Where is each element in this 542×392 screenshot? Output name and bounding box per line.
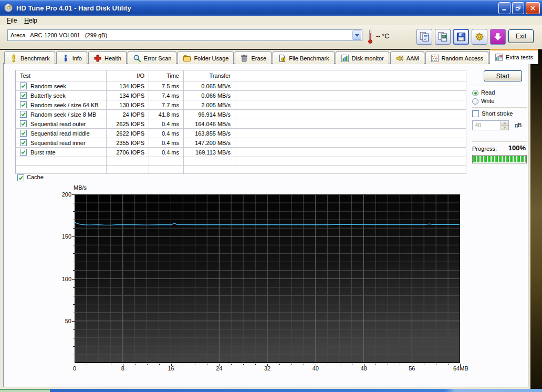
blank-cell <box>235 148 466 157</box>
app-icon <box>4 3 13 13</box>
save-icon <box>456 32 466 42</box>
minimize-button[interactable] <box>498 2 510 14</box>
test-enabled-checkbox[interactable] <box>20 111 27 118</box>
tab-erase[interactable]: Erase <box>235 51 272 64</box>
test-results-table: Test I/O Time Transfer Random seek134 IO… <box>15 70 466 174</box>
tab-random-access[interactable]: Random Access <box>425 51 488 64</box>
drive-selector-value: Areca ARC-1200-VOL001 (299 gB) <box>8 32 107 38</box>
options-button[interactable] <box>472 29 487 45</box>
taskbar-button[interactable] <box>0 389 50 392</box>
y-axis-tick <box>73 211 75 212</box>
x-axis-tick <box>436 364 436 365</box>
x-axis-tick <box>328 364 328 365</box>
taskbar[interactable] <box>0 389 542 392</box>
test-enabled-checkbox[interactable] <box>20 101 27 108</box>
column-header-transfer[interactable]: Transfer <box>184 70 235 81</box>
short-stroke-capacity-input[interactable]: 40 <box>472 120 509 130</box>
test-enabled-checkbox[interactable] <box>20 92 27 99</box>
column-header-time[interactable]: Time <box>149 70 184 81</box>
copy-image-button[interactable] <box>435 29 451 45</box>
y-axis-tick <box>73 304 75 305</box>
health-icon <box>93 54 102 63</box>
download-button[interactable] <box>490 29 506 45</box>
tab-error-scan[interactable]: Error Scan <box>128 51 177 64</box>
cache-checkbox[interactable] <box>17 174 24 181</box>
table-row: Sequential read middle2622 IOPS0.4 ms163… <box>16 129 466 138</box>
table-row: Butterfly seek134 IOPS7.4 ms0.066 MB/s <box>16 91 466 100</box>
time-cell: 0.4 ms <box>149 129 184 138</box>
tab-health[interactable]: Health <box>88 51 127 64</box>
tab-label-error-scan: Error Scan <box>144 55 172 61</box>
short-stroke-label[interactable]: Short stroke <box>482 110 513 117</box>
blank-cell <box>184 166 235 174</box>
tab-benchmark[interactable]: Benchmark <box>4 51 55 64</box>
x-axis-tick <box>460 364 461 366</box>
blank-cell <box>235 110 466 119</box>
menu-help[interactable]: Help <box>20 16 41 25</box>
tab-label-info: Info <box>72 55 82 61</box>
x-axis-tick <box>279 364 280 365</box>
test-enabled-checkbox[interactable] <box>20 120 27 127</box>
io-cell: 134 IOPS <box>107 81 149 91</box>
test-enabled-checkbox[interactable] <box>20 130 27 137</box>
tab-aam[interactable]: AAM <box>390 51 424 64</box>
chevron-down-icon[interactable] <box>352 30 361 40</box>
thermometer-icon <box>366 29 375 45</box>
test-enabled-checkbox[interactable] <box>20 139 27 146</box>
tab-label-benchmark: Benchmark <box>20 55 50 61</box>
y-axis-label: 200 <box>54 191 71 198</box>
start-button[interactable]: Start <box>484 70 522 81</box>
table-row: Burst rate2706 IOPS0.4 ms169.113 MB/s <box>16 148 466 157</box>
column-header-io[interactable]: I/O <box>107 70 149 81</box>
blank-cell <box>107 166 149 174</box>
separator <box>472 86 527 87</box>
write-radio-label[interactable]: Write <box>481 98 494 104</box>
close-button[interactable] <box>526 2 540 14</box>
y-axis-tick <box>73 287 75 288</box>
blank-cell <box>184 157 235 166</box>
test-enabled-checkbox[interactable] <box>20 149 27 156</box>
test-enabled-checkbox[interactable] <box>20 82 27 89</box>
restore-button[interactable] <box>512 2 524 14</box>
write-radio[interactable] <box>472 98 478 105</box>
x-axis-tick <box>111 364 111 365</box>
menu-file[interactable]: File <box>3 16 20 25</box>
spinner-up-arrow[interactable] <box>501 121 508 126</box>
content-area: BenchmarkInfoHealthError ScanFolder Usag… <box>0 50 530 389</box>
progress-value: 100% <box>492 144 526 152</box>
drive-selector[interactable]: Areca ARC-1200-VOL001 (299 gB) <box>7 29 362 41</box>
test-name-cell: Butterfly seek <box>16 91 107 100</box>
tab-disk-monitor[interactable]: Disk monitor <box>336 51 389 64</box>
cache-transfer-chart <box>75 194 460 363</box>
io-cell: 2706 IOPS <box>107 148 149 157</box>
short-stroke-checkbox[interactable] <box>472 110 479 117</box>
blank-cell <box>235 157 466 166</box>
tab-folder-usage[interactable]: Folder Usage <box>178 51 234 64</box>
toolbar: Areca ARC-1200-VOL001 (299 gB) -- °C Exi… <box>0 25 542 49</box>
blank-cell <box>149 157 184 166</box>
tab-extra-tests[interactable]: Extra tests <box>489 49 538 64</box>
transfer-cell: 96.914 MB/s <box>184 110 235 119</box>
x-axis-tick <box>231 364 232 365</box>
column-header-test[interactable]: Test <box>16 70 107 81</box>
y-axis-tick <box>73 228 75 229</box>
save-screenshot-button[interactable] <box>453 29 469 45</box>
cache-checkbox-label[interactable]: Cache <box>27 174 44 180</box>
random-access-icon <box>431 54 439 63</box>
read-radio-label[interactable]: Read <box>481 89 495 96</box>
x-axis-tick <box>147 364 148 365</box>
tab-info[interactable]: Info <box>56 51 87 64</box>
tab-file-benchmark[interactable]: File Benchmark <box>273 51 334 64</box>
table-row-empty <box>16 157 466 166</box>
copy-text-button[interactable] <box>416 29 432 45</box>
time-cell: 0.4 ms <box>149 119 184 129</box>
x-axis-tick <box>183 364 183 365</box>
read-radio[interactable] <box>472 90 478 96</box>
io-cell: 2355 IOPS <box>107 138 149 148</box>
aam-icon <box>395 54 404 63</box>
exit-button[interactable]: Exit <box>508 29 534 43</box>
blank-cell <box>235 91 466 100</box>
spinner-down-arrow[interactable] <box>501 126 508 130</box>
download-arrow-icon <box>493 32 503 42</box>
tab-label-file-benchmark: File Benchmark <box>289 55 329 61</box>
